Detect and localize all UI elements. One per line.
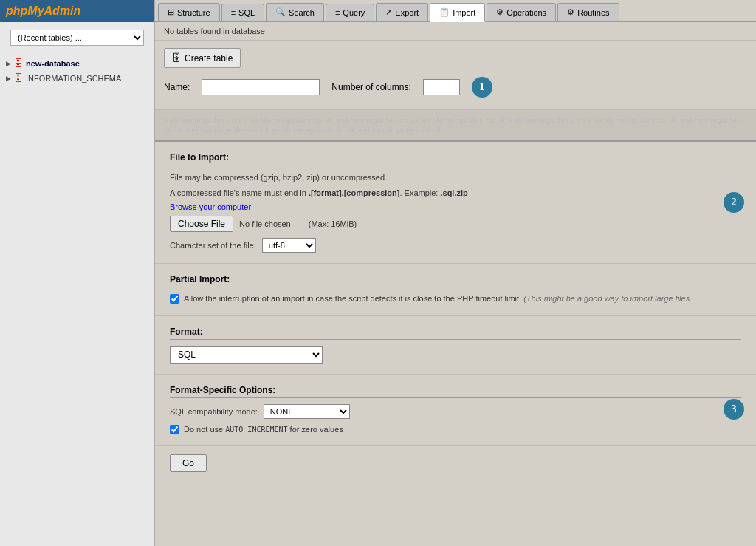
file-to-import-section: File to Import: File may be compressed (…: [155, 142, 756, 264]
main-content: ⊞ Structure ≡ SQL 🔍 Search ≡ Query ↗ Exp…: [155, 0, 756, 546]
watermark-area: webforminguides.co.uk webforminguides.co…: [155, 110, 756, 142]
max-size-label: (Max: 16MiB): [309, 219, 357, 228]
partial-import-checkbox[interactable]: [170, 294, 179, 304]
compat-label: SQL compatibility mode:: [170, 407, 258, 416]
choose-file-button[interactable]: Choose File: [170, 216, 233, 232]
partial-import-title: Partial Import:: [170, 274, 741, 287]
sidebar-item-information-schema[interactable]: ▶ 🗄 INFORMATION_SCHEMA: [0, 71, 154, 86]
file-desc-1: File may be compressed (gzip, bzip2, zip…: [170, 171, 741, 184]
columns-input[interactable]: [423, 79, 460, 95]
watermark-text: webforminguides.co.uk webforminguides.co…: [164, 116, 747, 134]
sidebar: phpMyAdmin (Recent tables) ... ▶ 🗄 new-d…: [0, 0, 155, 546]
table-form-row: Name: Number of columns: 1: [164, 77, 747, 98]
format-title: Format:: [170, 327, 741, 340]
tab-operations[interactable]: ⚙ Operations: [487, 3, 556, 21]
file-import-title: File to Import:: [170, 152, 741, 165]
tab-import[interactable]: 📋 Import: [430, 3, 485, 22]
tab-routines[interactable]: ⚙ Routines: [557, 3, 619, 21]
tab-export[interactable]: ↗ Export: [376, 3, 428, 21]
format-select[interactable]: SQL CSV CSV using LOAD DATA MediaWiki Ta…: [170, 346, 323, 364]
table-name-input[interactable]: [202, 79, 320, 95]
tab-sql[interactable]: ≡ SQL: [221, 4, 264, 21]
create-table-button[interactable]: 🗄 Create table: [164, 48, 241, 68]
db-icon-2: 🗄: [14, 73, 23, 83]
tab-structure[interactable]: ⊞ Structure: [158, 3, 220, 21]
partial-import-row: Allow the interruption of an import in c…: [170, 293, 741, 304]
sql-icon: ≡: [231, 8, 236, 17]
charset-select[interactable]: utf-8 utf-16 latin1 ascii: [262, 238, 316, 253]
columns-label: Number of columns:: [331, 82, 410, 92]
charset-label: Character set of the file:: [170, 241, 256, 250]
compat-row: SQL compatibility mode: NONE ANSI DB2 MA…: [170, 404, 741, 419]
sidebar-nav: ▶ 🗄 new-database ▶ 🗄 INFORMATION_SCHEMA: [0, 53, 154, 89]
structure-icon: ⊞: [168, 7, 174, 17]
partial-import-section: Partial Import: Allow the interruption o…: [155, 264, 756, 315]
compat-select[interactable]: NONE ANSI DB2 MAXDB MYSQL323 MYSQL40 MSS…: [264, 404, 350, 419]
format-specific-section: Format-Specific Options: SQL compatibili…: [155, 375, 756, 446]
tab-query[interactable]: ≡ Query: [326, 4, 374, 21]
tab-bar: ⊞ Structure ≡ SQL 🔍 Search ≡ Query ↗ Exp…: [155, 0, 756, 22]
export-icon: ↗: [385, 7, 392, 17]
expand-icon: ▶: [6, 60, 11, 67]
schema-name-label: INFORMATION_SCHEMA: [26, 74, 121, 83]
logo-text: phpMyAdmin: [6, 4, 80, 18]
charset-row: Character set of the file: utf-8 utf-16 …: [170, 238, 741, 253]
tab-search[interactable]: 🔍 Search: [266, 3, 324, 21]
file-row: Choose File No file chosen (Max: 16MiB): [170, 216, 741, 232]
auto-increment-checkbox[interactable]: [170, 425, 179, 434]
db-icon: 🗄: [14, 58, 23, 69]
query-icon: ≡: [335, 8, 340, 17]
content-area: No tables found in database 🗄 Create tab…: [155, 22, 756, 546]
routines-icon: ⚙: [567, 7, 574, 17]
table-icon: 🗄: [172, 52, 182, 64]
no-file-label: No file chosen: [239, 219, 291, 228]
auto-increment-label: Do not use AUTO_INCREMENT for zero value…: [184, 425, 343, 434]
format-section: Format: SQL CSV CSV using LOAD DATA Medi…: [155, 316, 756, 375]
logo-area: phpMyAdmin: [0, 0, 154, 22]
go-section: Go: [155, 446, 756, 481]
db-name-label: new-database: [26, 59, 80, 68]
step-badge-2: 2: [724, 192, 744, 213]
auto-increment-row: Do not use AUTO_INCREMENT for zero value…: [170, 425, 741, 434]
recent-tables-dropdown[interactable]: (Recent tables) ...: [10, 30, 144, 46]
create-table-section: 🗄 Create table Name: Number of columns: …: [155, 41, 756, 110]
info-bar: No tables found in database: [155, 22, 756, 41]
partial-import-label: Allow the interruption of an import in c…: [184, 293, 690, 304]
import-icon: 📋: [439, 7, 450, 17]
expand-icon-2: ▶: [6, 75, 11, 82]
file-desc-2: A compressed file's name must end in .[f…: [170, 187, 741, 199]
browse-computer-link[interactable]: Browse your computer:: [170, 202, 253, 211]
name-label: Name:: [164, 82, 190, 92]
sidebar-item-new-database[interactable]: ▶ 🗄 new-database: [0, 56, 154, 71]
go-button[interactable]: Go: [170, 454, 207, 472]
search-icon: 🔍: [275, 7, 286, 17]
format-specific-title: Format-Specific Options:: [170, 385, 741, 398]
step-badge-3: 3: [724, 399, 744, 420]
step-badge-1: 1: [472, 77, 492, 98]
operations-icon: ⚙: [496, 7, 504, 17]
